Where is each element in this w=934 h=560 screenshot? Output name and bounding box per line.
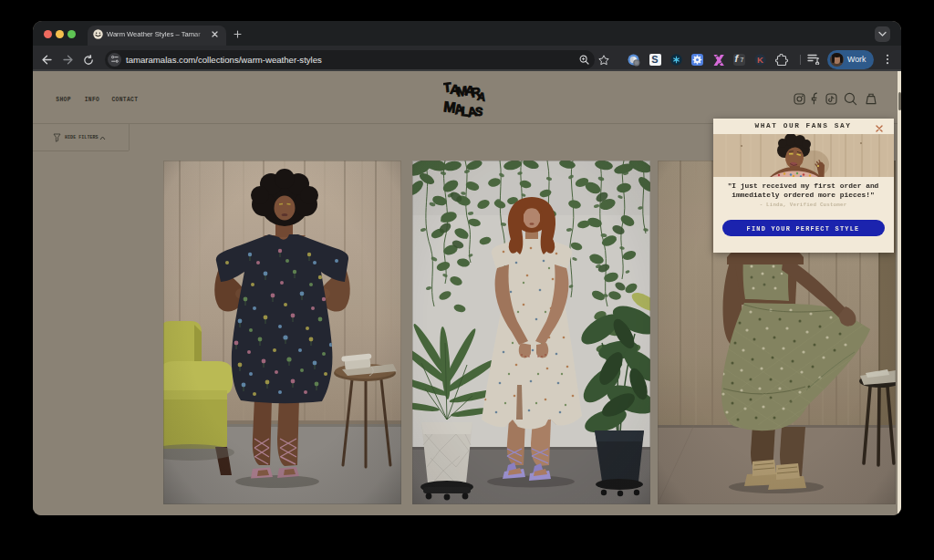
svg-text:S: S [474,104,484,119]
svg-text:A: A [476,90,486,104]
svg-text:K: K [757,55,763,65]
